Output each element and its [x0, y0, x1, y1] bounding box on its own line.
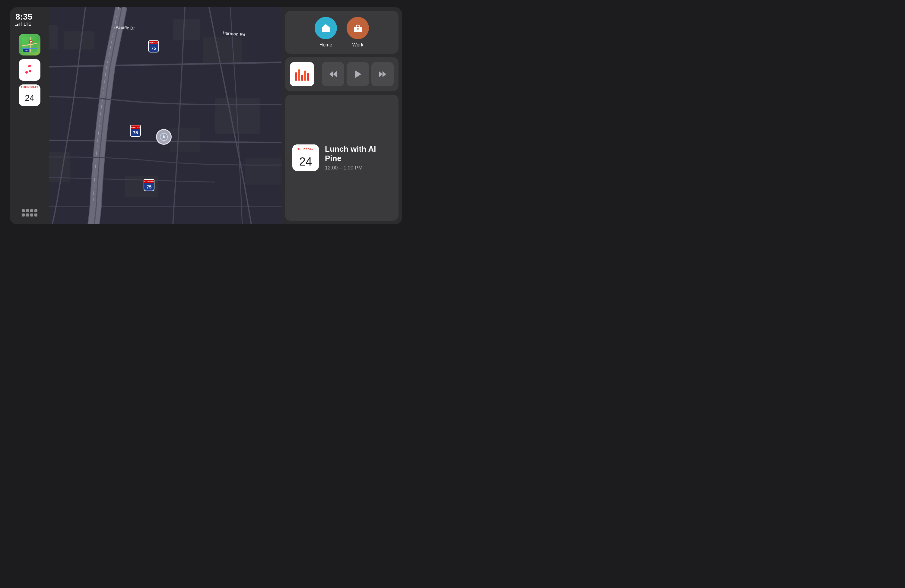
- nav-card: Home Work: [285, 11, 399, 54]
- svg-marker-32: [379, 71, 383, 77]
- play-icon: [352, 69, 363, 79]
- calendar-icon-large: Thursday 24: [292, 144, 319, 171]
- fast-forward-button[interactable]: [372, 62, 394, 86]
- calendar-sidebar-header: Thursday: [19, 84, 40, 90]
- right-panel: Home Work: [281, 7, 402, 224]
- calendar-app-icon[interactable]: Thursday 24: [19, 84, 40, 106]
- grid-dot: [22, 209, 25, 212]
- podcast-bar-4: [304, 71, 306, 81]
- arrow-svg: [160, 133, 168, 141]
- calendar-sidebar-date-num: 24: [25, 90, 34, 106]
- podcast-app-icon[interactable]: [290, 62, 314, 86]
- podcast-bar-2: [298, 69, 300, 81]
- svg-rect-16: [170, 128, 200, 152]
- signal-bar-2: [17, 24, 18, 26]
- calendar-event-title: Lunch with Al Pine: [325, 144, 391, 163]
- media-controls: [317, 62, 394, 86]
- svg-text:280: 280: [24, 49, 28, 52]
- interstate-75-mid: INTERSTATE 75: [130, 125, 141, 137]
- work-icon-circle: [347, 17, 369, 39]
- svg-rect-12: [64, 32, 94, 49]
- svg-rect-11: [49, 25, 58, 49]
- music-app-icon[interactable]: [19, 59, 40, 81]
- badge-75-top-num: 75: [151, 46, 156, 51]
- maps-icon-svg: 280: [22, 37, 37, 52]
- grid-dot: [26, 209, 29, 212]
- svg-point-6: [30, 41, 32, 43]
- calendar-card[interactable]: Thursday 24 Lunch with Al Pine 12:00 – 1…: [285, 95, 399, 221]
- work-icon-svg: [352, 22, 364, 34]
- grid-dot: [34, 209, 37, 212]
- signal-lte-row: LTE: [15, 22, 44, 27]
- map-background: Pacific Dr Harmon Rd INTERSTATE 75: [49, 7, 281, 224]
- media-card: [285, 57, 399, 91]
- calendar-sidebar-day-text: Thursday: [19, 86, 40, 89]
- home-nav-item[interactable]: Home: [314, 17, 337, 48]
- status-bar: 8:35 LTE: [13, 13, 46, 27]
- home-icon-circle: [314, 17, 337, 39]
- work-nav-item[interactable]: Work: [347, 17, 369, 48]
- pacific-dr-label: Pacific Dr: [116, 25, 135, 30]
- interstate-75-bot: INTERSTATE 75: [144, 179, 154, 191]
- grid-dot: [26, 214, 29, 217]
- svg-marker-30: [333, 71, 337, 77]
- grid-dot: [22, 214, 25, 217]
- signal-bars: [15, 22, 22, 26]
- fast-forward-icon: [377, 69, 388, 79]
- badge-75-bot-num: 75: [147, 184, 152, 189]
- maps-app-icon[interactable]: 280: [19, 34, 40, 55]
- calendar-event-info: Lunch with Al Pine 12:00 – 1:00 PM: [325, 144, 391, 171]
- music-icon-svg: [22, 62, 37, 78]
- play-button[interactable]: [347, 62, 369, 86]
- podcast-bar-3: [301, 75, 303, 81]
- app-grid-button[interactable]: [19, 207, 40, 219]
- podcast-bar-5: [307, 73, 309, 81]
- calendar-icon-header: Thursday: [292, 144, 319, 152]
- svg-marker-31: [356, 71, 361, 78]
- map-section[interactable]: Pacific Dr Harmon Rd INTERSTATE 75: [49, 7, 281, 224]
- signal-bar-1: [15, 25, 17, 26]
- signal-bar-4: [21, 22, 22, 26]
- svg-marker-33: [383, 71, 386, 77]
- rewind-icon: [328, 69, 338, 79]
- podcast-bar-1: [295, 72, 297, 81]
- svg-rect-25: [324, 30, 327, 32]
- home-icon-svg: [320, 22, 332, 34]
- rewind-button[interactable]: [322, 62, 344, 86]
- calendar-event-time: 12:00 – 1:00 PM: [325, 165, 391, 171]
- home-nav-label: Home: [319, 42, 332, 48]
- sidebar-footer: [19, 207, 40, 219]
- time-display: 8:35: [15, 13, 44, 21]
- map-svg: [49, 7, 281, 224]
- location-arrow: [156, 129, 171, 145]
- signal-bar-3: [19, 23, 20, 26]
- lte-label: LTE: [24, 22, 31, 27]
- carplay-container: 8:35 LTE: [10, 7, 402, 224]
- interstate-75-top: INTERSTATE 75: [148, 40, 159, 52]
- sidebar-apps: 280 Thursday 24: [19, 34, 40, 207]
- svg-rect-9: [22, 62, 37, 78]
- podcast-bars: [295, 68, 309, 81]
- grid-dot: [34, 214, 37, 217]
- sidebar: 8:35 LTE: [10, 7, 49, 224]
- work-nav-label: Work: [352, 42, 363, 48]
- svg-rect-13: [173, 19, 200, 40]
- calendar-date-large: 24: [292, 152, 319, 171]
- svg-marker-29: [329, 71, 333, 77]
- svg-rect-28: [357, 29, 359, 30]
- svg-rect-14: [203, 37, 242, 65]
- calendar-day-label: Thursday: [297, 148, 313, 151]
- badge-75-mid-num: 75: [133, 130, 138, 135]
- svg-rect-18: [245, 158, 281, 185]
- grid-dot: [30, 214, 33, 217]
- grid-dot: [30, 209, 33, 212]
